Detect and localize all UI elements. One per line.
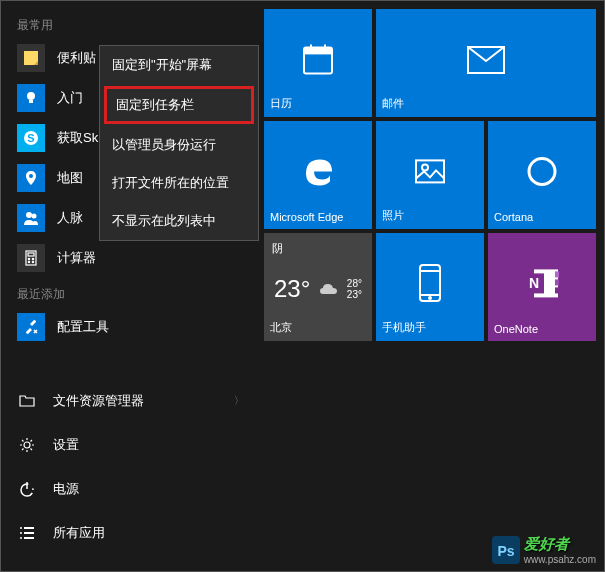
- bottom-panel: 文件资源管理器 〉 设置 电源 所有应用: [1, 371, 260, 563]
- chevron-right-icon: 〉: [234, 394, 244, 408]
- svg-text:Ps: Ps: [497, 543, 514, 559]
- skype-icon: S: [17, 124, 45, 152]
- app-label: 计算器: [57, 249, 96, 267]
- tools-icon: [17, 313, 45, 341]
- svg-rect-37: [555, 287, 559, 293]
- tile-cortana[interactable]: Cortana: [488, 121, 596, 229]
- file-explorer-button[interactable]: 文件资源管理器 〉: [1, 379, 260, 423]
- power-icon: [17, 479, 37, 499]
- phone-icon: [416, 263, 444, 303]
- sticky-notes-icon: [17, 44, 45, 72]
- svg-point-20: [20, 537, 22, 539]
- svg-rect-17: [24, 527, 34, 529]
- svg-point-16: [20, 527, 22, 529]
- watermark: Ps 爱好者 www.psahz.com: [492, 535, 596, 565]
- weather-condition: 阴: [270, 239, 366, 258]
- tiles-panel: 日历 邮件 Microsoft Edge 照片 Cortana: [260, 1, 604, 571]
- svg-text:N: N: [529, 275, 539, 291]
- tile-label: 手机助手: [382, 320, 478, 335]
- svg-point-9: [28, 258, 29, 259]
- weather-city: 北京: [270, 320, 366, 335]
- weather-temp: 23°: [274, 275, 310, 303]
- svg-point-10: [32, 258, 33, 259]
- edge-icon: [300, 153, 336, 189]
- gear-icon: [17, 435, 37, 455]
- tile-onenote[interactable]: N OneNote: [488, 233, 596, 341]
- app-label: 地图: [57, 169, 83, 187]
- svg-rect-36: [555, 279, 559, 285]
- weather-content: 阴 23° 28° 23° 北京: [270, 239, 366, 335]
- app-config-tool[interactable]: 配置工具: [1, 307, 260, 347]
- settings-button[interactable]: 设置: [1, 423, 260, 467]
- svg-point-5: [26, 212, 32, 218]
- bottom-label: 文件资源管理器: [53, 392, 144, 410]
- svg-rect-21: [24, 537, 34, 539]
- tile-label: Cortana: [494, 211, 590, 223]
- tile-weather[interactable]: 阴 23° 28° 23° 北京: [264, 233, 372, 341]
- weather-high: 28°: [347, 278, 362, 289]
- svg-rect-23: [304, 47, 332, 54]
- app-calculator[interactable]: 计算器: [1, 238, 260, 278]
- context-menu: 固定到"开始"屏幕 固定到任务栏 以管理员身份运行 打开文件所在的位置 不显示在…: [99, 45, 259, 241]
- people-icon: [17, 204, 45, 232]
- context-run-admin[interactable]: 以管理员身份运行: [100, 126, 258, 164]
- tile-mail[interactable]: 邮件: [376, 9, 596, 117]
- svg-text:S: S: [27, 132, 34, 144]
- app-label: 配置工具: [57, 318, 109, 336]
- tile-label: 邮件: [382, 96, 590, 111]
- svg-point-13: [24, 442, 30, 448]
- svg-rect-35: [555, 271, 559, 277]
- section-most-used: 最常用: [1, 9, 260, 38]
- app-label: 获取Sk: [57, 129, 98, 147]
- tile-label: 日历: [270, 96, 366, 111]
- ps-logo-icon: Ps: [492, 536, 520, 564]
- bottom-label: 所有应用: [53, 524, 105, 542]
- app-label: 便利贴: [57, 49, 96, 67]
- tile-photos[interactable]: 照片: [376, 121, 484, 229]
- svg-rect-27: [416, 160, 444, 182]
- photos-icon: [412, 153, 448, 189]
- weather-low: 23°: [347, 289, 362, 300]
- tile-label: 照片: [382, 208, 478, 223]
- folder-icon: [17, 391, 37, 411]
- all-apps-button[interactable]: 所有应用: [1, 511, 260, 555]
- tile-edge[interactable]: Microsoft Edge: [264, 121, 372, 229]
- cloud-icon: [318, 278, 340, 300]
- watermark-text: 爱好者: [524, 535, 596, 554]
- calculator-icon: [17, 244, 45, 272]
- context-remove-list[interactable]: 不显示在此列表中: [100, 202, 258, 240]
- svg-point-12: [32, 261, 33, 262]
- svg-point-11: [28, 261, 29, 262]
- context-pin-start[interactable]: 固定到"开始"屏幕: [100, 46, 258, 84]
- app-label: 入门: [57, 89, 83, 107]
- tile-label: OneNote: [494, 323, 590, 335]
- context-open-location[interactable]: 打开文件所在的位置: [100, 164, 258, 202]
- bottom-label: 电源: [53, 480, 79, 498]
- bottom-label: 设置: [53, 436, 79, 454]
- tile-label: Microsoft Edge: [270, 211, 366, 223]
- app-label: 人脉: [57, 209, 83, 227]
- svg-rect-8: [28, 253, 34, 256]
- list-icon: [17, 523, 37, 543]
- onenote-icon: N: [522, 265, 562, 301]
- mail-icon: [466, 45, 506, 75]
- tile-calendar[interactable]: 日历: [264, 9, 372, 117]
- svg-rect-2: [29, 100, 33, 103]
- svg-point-28: [422, 164, 428, 170]
- start-menu: 最常用 便利贴 〉 入门 S 获取Sk: [1, 1, 604, 571]
- cortana-icon: [524, 153, 560, 189]
- watermark-url: www.psahz.com: [524, 554, 596, 565]
- svg-point-33: [429, 297, 431, 299]
- calendar-icon: [300, 41, 336, 77]
- svg-point-29: [529, 158, 555, 184]
- context-pin-taskbar[interactable]: 固定到任务栏: [104, 86, 254, 124]
- svg-rect-0: [24, 51, 38, 65]
- tile-phone-companion[interactable]: 手机助手: [376, 233, 484, 341]
- bulb-icon: [17, 84, 45, 112]
- svg-point-6: [32, 214, 37, 219]
- map-pin-icon: [17, 164, 45, 192]
- power-button[interactable]: 电源: [1, 467, 260, 511]
- svg-point-1: [27, 92, 35, 100]
- section-recently-added: 最近添加: [1, 278, 260, 307]
- svg-point-18: [20, 532, 22, 534]
